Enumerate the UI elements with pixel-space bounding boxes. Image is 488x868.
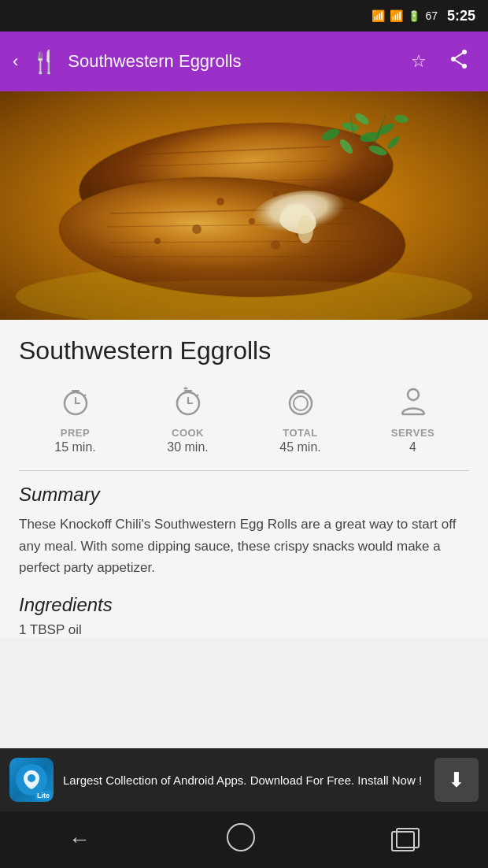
- svg-point-24: [216, 198, 224, 206]
- share-icon: [449, 49, 469, 69]
- ad-download-button[interactable]: ⬇: [434, 758, 479, 802]
- total-label: TOTAL: [283, 427, 318, 439]
- ad-logo: Lite: [9, 758, 54, 802]
- hero-image: [0, 91, 488, 320]
- serves-value: 4: [409, 440, 416, 454]
- svg-point-27: [298, 215, 313, 243]
- wifi-icon: 📶: [372, 9, 385, 22]
- nav-back-button[interactable]: ←: [53, 819, 106, 860]
- prep-value: 15 min.: [54, 440, 95, 454]
- stat-prep: PREP 15 min.: [19, 384, 131, 454]
- share-button[interactable]: [442, 46, 475, 77]
- svg-point-25: [272, 191, 279, 197]
- svg-line-4: [453, 59, 464, 66]
- recipe-title: Southwestern Eggrolls: [19, 336, 469, 365]
- stats-row: PREP 15 min. COOK 30 min.: [19, 381, 469, 458]
- battery-percent: 67: [425, 9, 438, 22]
- ad-text: Largest Collection of Android Apps. Down…: [63, 773, 422, 787]
- favorite-button[interactable]: ☆: [405, 48, 433, 75]
- battery-icon: 🔋: [408, 10, 420, 22]
- svg-line-3: [453, 52, 464, 59]
- food-visual: [0, 91, 488, 320]
- serves-label: SERVES: [391, 427, 435, 439]
- nav-back-icon: ←: [68, 827, 91, 851]
- svg-point-19: [192, 224, 201, 234]
- download-icon: ⬇: [448, 768, 465, 792]
- nav-recents-icon-back: [396, 828, 420, 848]
- svg-point-47: [28, 774, 35, 782]
- summary-body: These Knockoff Chili's Southwestern Egg …: [19, 514, 469, 578]
- total-value: 45 min.: [279, 440, 320, 454]
- ingredients-first-item: 1 TBSP oil: [19, 622, 469, 638]
- ad-banner: Lite Largest Collection of Android Apps.…: [0, 748, 488, 811]
- prep-icon: [58, 384, 93, 424]
- ad-lite-label: Lite: [35, 791, 52, 800]
- content-area: Southwestern Eggrolls PREP 15 min.: [0, 320, 488, 638]
- back-button[interactable]: ‹: [13, 51, 18, 72]
- prep-label: PREP: [61, 427, 90, 439]
- svg-point-43: [294, 396, 308, 410]
- status-icons: 📶 📶 🔋 67 5:25: [372, 8, 475, 24]
- svg-point-22: [154, 238, 161, 244]
- ingredients-title: Ingredients: [19, 594, 469, 616]
- svg-point-23: [271, 240, 280, 250]
- section-divider: [19, 470, 469, 471]
- cook-icon: [171, 384, 205, 424]
- ad-text-area: Largest Collection of Android Apps. Down…: [63, 772, 425, 788]
- nav-home-button[interactable]: [211, 815, 271, 865]
- svg-point-44: [408, 389, 419, 400]
- toolbar: ‹ 🍴 Southwestern Eggrolls ☆: [0, 32, 488, 91]
- cook-value: 30 min.: [167, 440, 208, 454]
- nav-recents-button[interactable]: [375, 820, 435, 859]
- total-icon: [283, 384, 318, 424]
- stat-cook: COOK 30 min.: [131, 384, 244, 454]
- hero-svg: [0, 91, 488, 320]
- bottom-nav-bar: ←: [0, 811, 488, 868]
- svg-point-39: [47, 280, 441, 304]
- toolbar-title: Southwestern Eggrolls: [68, 51, 395, 72]
- status-time: 5:25: [447, 8, 475, 24]
- signal-icon: 📶: [390, 9, 403, 22]
- cook-label: COOK: [172, 427, 204, 439]
- serves-icon: [396, 384, 431, 424]
- summary-title: Summary: [19, 484, 469, 506]
- stat-serves: SERVES 4: [357, 384, 469, 454]
- recipe-icon: 🍴: [31, 49, 58, 75]
- stat-total: TOTAL 45 min.: [244, 384, 357, 454]
- status-bar: 📶 📶 🔋 67 5:25: [0, 0, 488, 32]
- nav-home-icon: [227, 823, 255, 851]
